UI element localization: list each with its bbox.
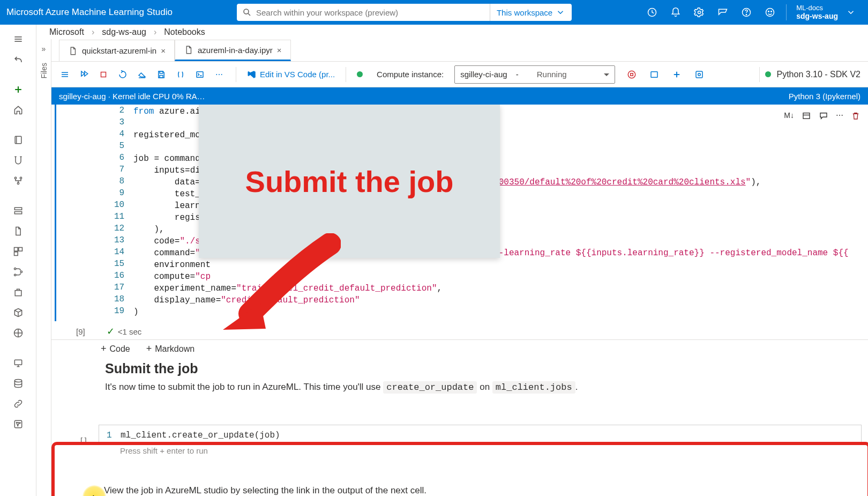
linked-icon[interactable] bbox=[7, 396, 29, 412]
automl-icon[interactable] bbox=[7, 152, 29, 168]
svg-point-45 bbox=[628, 71, 635, 78]
svg-rect-42 bbox=[160, 75, 163, 78]
app-title: Microsoft Azure Machine Learning Studio bbox=[6, 7, 173, 18]
help-icon[interactable] bbox=[736, 0, 757, 25]
restart-icon[interactable] bbox=[117, 69, 129, 80]
stop-icon[interactable] bbox=[98, 69, 109, 80]
close-icon[interactable]: × bbox=[277, 46, 282, 55]
svg-point-0 bbox=[244, 9, 249, 14]
menu-icon[interactable] bbox=[59, 69, 71, 80]
chevron-right-icon: » bbox=[42, 45, 46, 53]
close-icon[interactable]: × bbox=[161, 46, 166, 55]
new-icon[interactable] bbox=[7, 82, 29, 98]
svg-point-6 bbox=[766, 9, 774, 17]
svg-point-8 bbox=[771, 11, 772, 12]
account-chevron-icon[interactable] bbox=[840, 0, 862, 25]
compute-selector[interactable]: sgilley-ci-aug - Running bbox=[454, 65, 615, 84]
search-scope-dropdown[interactable]: This workspace bbox=[490, 4, 572, 21]
add-markdown-button[interactable]: +Markdown bbox=[146, 343, 194, 354]
svg-point-16 bbox=[14, 177, 16, 179]
add-code-button[interactable]: +Code bbox=[101, 343, 130, 354]
bell-icon[interactable] bbox=[665, 0, 686, 25]
jobs-icon[interactable] bbox=[7, 223, 29, 239]
search-icon bbox=[242, 8, 252, 17]
svg-point-7 bbox=[768, 11, 769, 12]
svg-point-25 bbox=[14, 274, 16, 276]
face-icon[interactable] bbox=[759, 0, 781, 25]
compute-icon[interactable] bbox=[7, 355, 29, 371]
global-search[interactable] bbox=[237, 4, 490, 21]
compute-view-icon[interactable] bbox=[693, 69, 705, 80]
file-icon bbox=[184, 45, 193, 55]
code-cell-2[interactable]: 1 ml_client.create_or_update(job) bbox=[99, 425, 862, 443]
more-icon[interactable]: ⋯ bbox=[213, 69, 225, 80]
save-icon[interactable] bbox=[155, 69, 167, 80]
search-input[interactable] bbox=[256, 8, 484, 17]
files-panel-collapsed[interactable]: » Files bbox=[36, 39, 51, 496]
file-icon bbox=[68, 46, 78, 56]
svg-point-3 bbox=[698, 11, 701, 14]
terminal-icon[interactable] bbox=[194, 69, 206, 80]
md-heading: Submit the job bbox=[105, 361, 814, 376]
left-nav bbox=[0, 25, 36, 496]
md-paragraph: It's now time to submit the job to run i… bbox=[105, 382, 814, 393]
status-dot-icon bbox=[357, 71, 363, 77]
files-panel-label: Files bbox=[40, 63, 48, 79]
clock-icon[interactable] bbox=[641, 0, 663, 25]
svg-rect-19 bbox=[14, 208, 21, 210]
markdown-cell[interactable]: Submit the job It's now time to submit t… bbox=[105, 361, 814, 393]
environments-icon[interactable] bbox=[7, 284, 29, 300]
exec-count-empty: [ ] bbox=[80, 436, 87, 445]
line-numbers: 2 3 4 5 6 7 8 910111213141516171819 bbox=[114, 105, 124, 317]
annotation-callout: Submit the job bbox=[199, 105, 500, 258]
add-compute-icon[interactable] bbox=[671, 69, 683, 80]
svg-rect-21 bbox=[14, 248, 18, 251]
notebooks-icon[interactable] bbox=[7, 132, 29, 148]
run-all-icon[interactable] bbox=[78, 69, 90, 80]
crumb-workspace[interactable]: sdg-ws-aug bbox=[102, 27, 146, 37]
back-icon[interactable] bbox=[7, 51, 29, 68]
terminal-compute-icon[interactable] bbox=[648, 69, 660, 80]
tab-azureml-in-a-day[interactable]: azureml-in-a-day.ipyr × bbox=[175, 40, 291, 61]
svg-rect-39 bbox=[101, 72, 106, 77]
datastores-icon[interactable] bbox=[7, 375, 29, 391]
feedback-icon[interactable] bbox=[712, 0, 734, 25]
components-icon[interactable] bbox=[7, 243, 29, 260]
svg-point-18 bbox=[17, 182, 19, 184]
chevron-down-icon bbox=[556, 8, 565, 17]
svg-point-26 bbox=[20, 271, 22, 272]
home-icon[interactable] bbox=[7, 102, 29, 118]
compute-label: Compute instance: bbox=[377, 70, 444, 79]
clear-icon[interactable] bbox=[136, 69, 148, 80]
status-dot-icon bbox=[765, 71, 771, 77]
svg-rect-43 bbox=[197, 71, 203, 77]
label-icon[interactable] bbox=[7, 416, 29, 432]
svg-rect-46 bbox=[631, 73, 633, 76]
crumb-root[interactable]: Microsoft bbox=[49, 27, 84, 37]
svg-rect-22 bbox=[18, 248, 22, 251]
models-icon[interactable] bbox=[7, 305, 29, 321]
designer-icon[interactable] bbox=[7, 173, 29, 189]
line-number: 1 bbox=[107, 431, 112, 440]
pipelines-icon[interactable] bbox=[7, 264, 29, 280]
svg-rect-23 bbox=[14, 252, 18, 256]
svg-rect-14 bbox=[15, 136, 21, 143]
svg-rect-27 bbox=[15, 291, 21, 296]
status-left: sgilley-ci-aug · Kernel idle CPU 0% RA… bbox=[59, 92, 205, 101]
endpoints-icon[interactable] bbox=[7, 325, 29, 341]
svg-point-24 bbox=[14, 268, 16, 270]
kernel-selector[interactable]: Python 3.10 - SDK V2 bbox=[776, 70, 860, 79]
status-right: Python 3 (Ipykernel) bbox=[789, 92, 860, 101]
svg-rect-20 bbox=[14, 212, 21, 214]
check-icon: ✓ bbox=[107, 325, 115, 337]
tab-label: quickstart-azureml-in bbox=[82, 46, 156, 55]
menu-icon[interactable] bbox=[7, 31, 29, 47]
account-info[interactable]: ML-docs sdg-ws-aug bbox=[796, 4, 838, 21]
svg-rect-47 bbox=[651, 71, 657, 77]
data-icon[interactable] bbox=[7, 203, 29, 219]
stop-compute-icon[interactable] bbox=[626, 69, 638, 80]
gear-icon[interactable] bbox=[689, 0, 710, 25]
edit-vscode-button[interactable]: Edit in VS Code (pr... bbox=[247, 70, 335, 79]
variables-icon[interactable] bbox=[175, 69, 186, 80]
tab-quickstart[interactable]: quickstart-azureml-in × bbox=[59, 40, 175, 61]
